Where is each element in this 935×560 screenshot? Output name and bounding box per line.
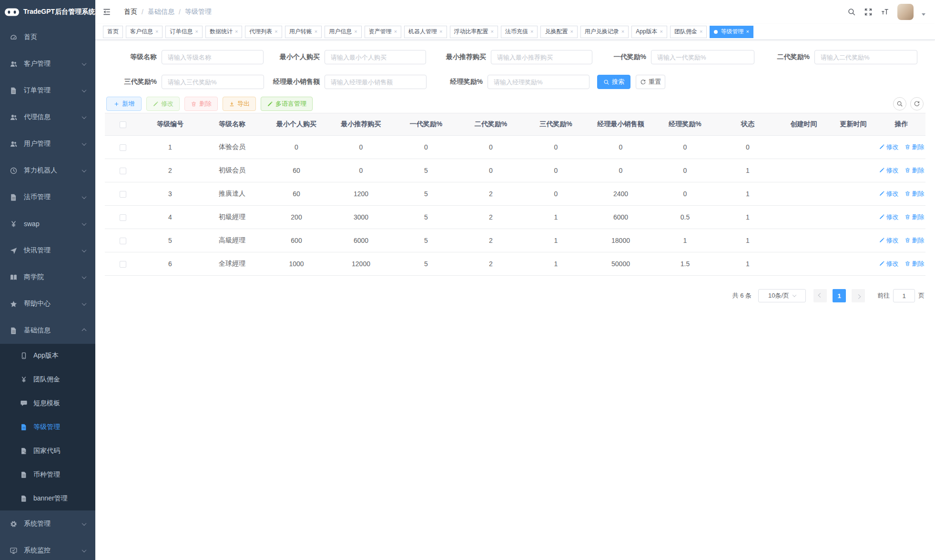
row-edit-link[interactable]: 修改 [879,213,899,221]
close-icon[interactable]: × [570,29,573,34]
close-icon[interactable]: × [439,29,442,34]
tab-float-ratio-config[interactable]: 浮动比率配置× [450,26,498,38]
gen2-reward-input[interactable] [814,50,917,64]
search-icon[interactable] [847,8,856,16]
close-icon[interactable]: × [700,29,702,34]
sidebar-item-app-version[interactable]: App版本 [0,344,95,368]
sidebar-item-agents[interactable]: 代理信息 [0,104,95,130]
sidebar-toggle-button[interactable] [102,7,112,17]
row-delete-link[interactable]: 删除 [905,166,925,175]
tab-exchange-config[interactable]: 兑换配置× [540,26,577,38]
sidebar-item-level-management[interactable]: 等级管理 [0,415,95,439]
sidebar-item-news[interactable]: 快讯管理 [0,237,95,264]
close-icon[interactable]: × [155,29,158,34]
sidebar-item-home[interactable]: 首页 [0,24,95,50]
close-icon[interactable]: × [394,29,397,34]
page-size-select[interactable]: 10条/页 [758,289,806,302]
avatar[interactable] [897,4,914,20]
tab-data-stats[interactable]: 数据统计× [205,26,242,38]
goto-page-input[interactable] [893,289,915,302]
row-delete-link[interactable]: 删除 [905,143,925,151]
tab-customer-info[interactable]: 客户信息× [126,26,163,38]
tab-user-info[interactable]: 用户信息× [325,26,361,38]
tab-level-management[interactable]: 等级管理× [710,26,753,38]
tab-user-exchange-records[interactable]: 用户兑换记录× [580,26,629,38]
tab-home[interactable]: 首页 [103,26,123,38]
delete-button[interactable]: 删除 [184,97,218,111]
close-icon[interactable]: × [660,29,663,34]
next-page-button[interactable] [852,289,865,302]
tab-fiat-recharge[interactable]: 法币充值× [501,26,538,38]
row-edit-link[interactable]: 修改 [879,260,899,268]
sidebar-item-basic-info[interactable]: 基础信息 [0,317,95,344]
sidebar-item-sms-template[interactable]: 短息模板 [0,391,95,415]
tab-team-commission[interactable]: 团队佣金× [670,26,707,38]
row-delete-link[interactable]: 删除 [905,236,925,245]
sidebar-item-fiat[interactable]: 法币管理 [0,184,95,210]
gen3-reward-input[interactable] [162,75,264,89]
tab-order-info[interactable]: 订单信息× [165,26,202,38]
tab-asset-management[interactable]: 资产管理× [365,26,401,38]
breadcrumb-basic-info[interactable]: 基础信息 [148,8,174,16]
sidebar-item-system-management[interactable]: 系统管理 [0,510,95,537]
close-icon[interactable]: × [195,29,198,34]
prev-page-button[interactable] [813,289,827,302]
close-icon[interactable]: × [354,29,357,34]
row-edit-link[interactable]: 修改 [879,166,899,175]
sidebar-item-academy[interactable]: 商学院 [0,264,95,290]
gen1-reward-input[interactable] [651,50,754,64]
close-icon[interactable]: × [530,29,533,34]
select-all-checkbox[interactable] [120,121,126,128]
edit-button[interactable]: 修改 [146,97,180,111]
tab-user-transfer[interactable]: 用户转账× [285,26,322,38]
tab-robot-management[interactable]: 机器人管理× [404,26,447,38]
close-icon[interactable]: × [235,29,238,34]
row-checkbox[interactable] [120,238,126,244]
row-edit-link[interactable]: 修改 [879,143,899,151]
tab-agent-list[interactable]: 代理列表× [245,26,282,38]
row-delete-link[interactable]: 删除 [905,190,925,198]
min-recommend-input[interactable] [491,50,592,64]
sidebar-item-team-commission[interactable]: 团队佣金 [0,368,95,391]
sidebar-item-robots[interactable]: 算力机器人 [0,157,95,184]
show-search-button[interactable] [893,97,906,110]
mgr-reward-input[interactable] [488,75,589,89]
close-icon[interactable]: × [621,29,624,34]
row-checkbox[interactable] [120,261,126,268]
close-icon[interactable]: × [746,29,749,34]
tab-app-version[interactable]: App版本× [631,26,667,38]
row-delete-link[interactable]: 删除 [905,260,925,268]
sidebar-item-orders[interactable]: 订单管理 [0,77,95,104]
sidebar-item-currency[interactable]: 币种管理 [0,463,95,487]
row-checkbox[interactable] [120,168,126,174]
row-edit-link[interactable]: 修改 [879,190,899,198]
row-edit-link[interactable]: 修改 [879,236,899,245]
caret-down-icon[interactable] [922,13,925,16]
search-button[interactable]: 搜索 [597,75,630,89]
row-checkbox[interactable] [120,191,126,198]
add-button[interactable]: 新增 [106,97,142,111]
sidebar-item-customers[interactable]: 客户管理 [0,50,95,77]
sidebar-item-help[interactable]: 帮助中心 [0,290,95,317]
row-checkbox[interactable] [120,144,126,151]
min-personal-input[interactable] [325,50,426,64]
sidebar-item-system-monitor[interactable]: 系统监控 [0,537,95,560]
font-size-icon[interactable] [881,8,889,16]
row-delete-link[interactable]: 删除 [905,213,925,221]
sidebar-item-users[interactable]: 用户管理 [0,130,95,157]
fullscreen-icon[interactable] [864,8,873,16]
i18n-button[interactable]: 多语言管理 [261,97,313,111]
close-icon[interactable]: × [315,29,317,34]
export-button[interactable]: 导出 [223,97,256,111]
page-number-button[interactable]: 1 [833,289,846,302]
sidebar-item-swap[interactable]: swap [0,210,95,237]
row-checkbox[interactable] [120,214,126,221]
reset-button[interactable]: 重置 [636,75,665,89]
close-icon[interactable]: × [491,29,494,34]
close-icon[interactable]: × [274,29,277,34]
refresh-table-button[interactable] [910,97,924,110]
level-name-input[interactable] [162,50,264,64]
breadcrumb-home[interactable]: 首页 [124,8,137,16]
sidebar-item-banner[interactable]: banner管理 [0,487,95,510]
mgr-min-sales-input[interactable] [325,75,427,89]
